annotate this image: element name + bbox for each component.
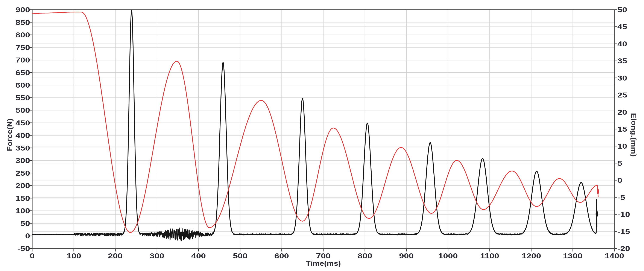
yltick-label: 750: [16, 43, 30, 52]
yltick-label: 400: [16, 131, 30, 140]
yltick-label: 900: [16, 6, 30, 14]
yrtick-label: -20: [618, 244, 630, 253]
yrtick-label: 35: [618, 57, 627, 65]
yrtick-label: 30: [618, 74, 627, 82]
yltick-label: 350: [16, 144, 30, 152]
yrtick-label: -5: [618, 193, 625, 202]
xtick-label: 1000: [438, 252, 458, 260]
yltick-label: 850: [16, 18, 30, 26]
yltick-label: 450: [16, 118, 30, 127]
xtick-label: 600: [274, 252, 289, 260]
yltick-label: 550: [16, 94, 30, 102]
xtick-label: 300: [150, 252, 164, 260]
yrtick-label: 25: [618, 91, 627, 99]
x-axis-label: Time(ms): [306, 260, 341, 268]
yltick-label: 100: [16, 206, 30, 215]
yltick-label: 0: [25, 232, 30, 240]
yltick-label: 650: [16, 68, 30, 77]
xtick-label: 700: [316, 252, 330, 260]
xtick-label: 900: [399, 252, 414, 260]
yrtick-label: 40: [618, 40, 627, 48]
yltick-label: 300: [16, 156, 30, 165]
xtick-label: 500: [233, 252, 248, 260]
y-axis-label-left: Force(N): [6, 118, 14, 151]
xtick-label: 1400: [605, 252, 624, 260]
xtick-label: 1100: [480, 252, 499, 260]
y-axis-label-right: Elong.(mm): [630, 113, 638, 156]
xtick-label: 200: [108, 252, 122, 260]
xtick-label: 1200: [522, 252, 541, 260]
xtick-label: 800: [358, 252, 372, 260]
yltick-label: 600: [16, 81, 30, 89]
yrtick-label: 10: [618, 142, 627, 150]
yltick-label: 50: [20, 219, 30, 228]
yrtick-label: 15: [618, 125, 627, 133]
yltick-label: 150: [16, 194, 30, 202]
yrtick-label: -10: [618, 210, 630, 218]
yltick-label: 800: [16, 31, 30, 39]
yrtick-label: -15: [618, 227, 630, 236]
yrtick-label: 5: [618, 159, 622, 167]
yltick-label: 700: [16, 56, 30, 64]
chart-figure: Force(N) Elong.(mm) Time(ms) 01002003004…: [0, 0, 644, 271]
yltick-label: -50: [18, 244, 30, 253]
yltick-label: 250: [16, 169, 30, 177]
xtick-label: 1300: [563, 252, 582, 260]
chart-canvas: [0, 0, 644, 271]
xtick-label: 100: [66, 252, 81, 260]
yltick-label: 500: [16, 106, 30, 114]
yrtick-label: 0: [618, 176, 622, 184]
xtick-label: 0: [30, 252, 35, 260]
yrtick-label: 45: [618, 22, 627, 31]
xtick-label: 400: [191, 252, 206, 260]
yrtick-label: 50: [618, 6, 627, 14]
yrtick-label: 20: [618, 108, 627, 116]
yltick-label: 200: [16, 182, 30, 190]
